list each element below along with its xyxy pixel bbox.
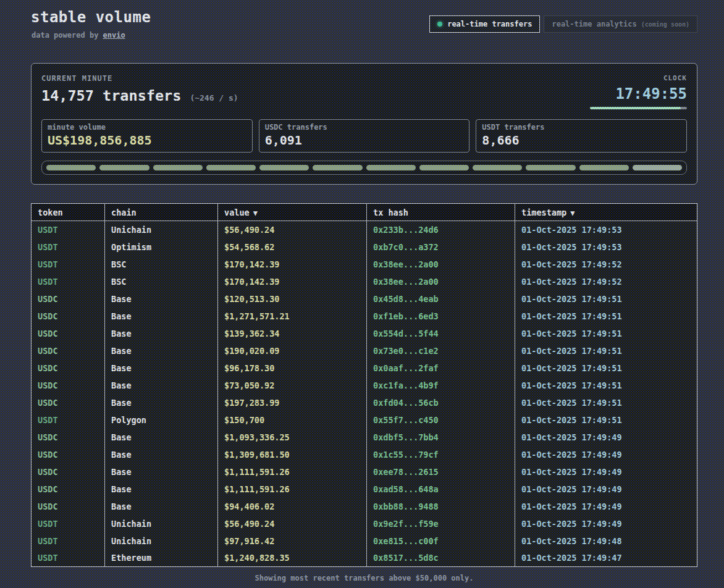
cell-timestamp: 01-Oct-2025 17:49:51 (515, 342, 697, 359)
cell-token: USDC (32, 429, 105, 446)
transfer-rate: (~246 / s) (190, 93, 238, 103)
cell-value: $150,700 (218, 411, 367, 429)
cell-timestamp: 01-Oct-2025 17:49:51 (515, 325, 697, 342)
cell-hash: 0xe815...c00f (367, 532, 515, 550)
table-row: USDCBase$190,020.090x73e0...c1e201-Oct-2… (32, 342, 697, 359)
table-row: USDCBase$120,513.300x45d8...4eab01-Oct-2… (32, 290, 697, 308)
cell-chain: Base (105, 481, 218, 498)
cell-hash: 0x45d8...4eab (367, 290, 515, 308)
cell-value: $120,513.30 (218, 290, 367, 308)
cell-timestamp: 01-Oct-2025 17:49:51 (515, 308, 697, 325)
table-row: USDTEthereum$1,240,828.350x8517...5d8c01… (32, 550, 697, 567)
cell-chain: Base (105, 308, 218, 325)
cell-hash: 0x554d...5f44 (367, 325, 515, 342)
cell-hash: 0x0aaf...2faf (367, 359, 515, 377)
cell-value: $1,111,591.26 (218, 481, 367, 498)
cell-value: $139,362.34 (218, 325, 367, 342)
powered-by-text: data powered by (32, 31, 103, 40)
coming-soon-note: (coming soon) (641, 21, 689, 28)
table-row: USDCBase$1,111,591.260xad58...648a01-Oct… (32, 481, 697, 498)
cell-chain: Base (105, 325, 218, 342)
cell-hash: 0x38ee...2a00 (367, 273, 515, 290)
live-dot-icon (437, 22, 442, 27)
cell-token: USDT (32, 273, 105, 290)
tab-real-time-transfers[interactable]: real-time transfers (429, 15, 540, 33)
cell-chain: Polygon (105, 411, 218, 429)
cell-value: $54,568.62 (218, 238, 367, 256)
table-row: USDCBase$1,271,571.210xf1eb...6ed301-Oct… (32, 308, 697, 325)
table-row: USDCBase$96,178.300x0aaf...2faf01-Oct-20… (32, 359, 697, 377)
cell-chain: Unichain (105, 221, 218, 238)
table-row: USDTOptimism$54,568.620xb7c0...a37201-Oc… (32, 238, 697, 256)
table-row: USDCBase$94,406.020xbb88...948801-Oct-20… (32, 498, 697, 515)
minute-segment-6 (313, 165, 362, 170)
cell-timestamp: 01-Oct-2025 17:49:53 (515, 221, 697, 238)
cell-hash: 0x38ee...2a00 (367, 256, 515, 273)
minute-segments-track (41, 161, 687, 175)
cell-token: USDC (32, 481, 105, 498)
cell-timestamp: 01-Oct-2025 17:49:47 (515, 550, 697, 567)
minute-segment-7 (366, 165, 416, 170)
cell-token: USDC (32, 325, 105, 342)
cell-timestamp: 01-Oct-2025 17:49:49 (515, 481, 697, 498)
cell-timestamp: 01-Oct-2025 17:49:51 (515, 394, 697, 411)
minute-segment-10 (526, 165, 575, 170)
table-row: USDCBase$1,093,336.250xdbf5...7bb401-Oct… (32, 429, 697, 446)
cell-chain: Base (105, 498, 218, 515)
transfer-count: 14,757 transfers (41, 87, 181, 104)
minute-segment-5 (259, 165, 309, 170)
current-minute-panel: CURRENT MINUTE 14,757 transfers (~246 / … (31, 63, 697, 185)
cell-value: $56,490.24 (218, 515, 367, 532)
minute-segment-11 (579, 165, 629, 170)
envio-link[interactable]: envio (103, 31, 125, 40)
current-minute-block: CURRENT MINUTE 14,757 transfers (~246 / … (41, 74, 238, 104)
cell-timestamp: 01-Oct-2025 17:49:49 (515, 446, 697, 463)
tab-transfers-label: real-time transfers (447, 20, 532, 28)
cell-token: USDC (32, 290, 105, 308)
stat-usdt-value: 8,666 (482, 133, 681, 148)
current-minute-line: 14,757 transfers (~246 / s) (41, 87, 238, 104)
cell-token: USDC (32, 498, 105, 515)
table-row: USDTBSC$170,142.390x38ee...2a0001-Oct-20… (32, 273, 697, 290)
stats-row: minute volume US$198,856,885 USDC transf… (41, 119, 687, 153)
cell-value: $170,142.39 (218, 256, 367, 273)
cell-timestamp: 01-Oct-2025 17:49:52 (515, 273, 697, 290)
cell-token: USDT (32, 550, 105, 567)
col-timestamp[interactable]: timestamp▼ (515, 204, 697, 221)
table-row: USDCBase$139,362.340x554d...5f4401-Oct-2… (32, 325, 697, 342)
stat-minute-volume-value: US$198,856,885 (48, 133, 246, 148)
cell-value: $56,490.24 (218, 221, 367, 238)
col-value[interactable]: value▼ (218, 204, 367, 221)
cell-token: USDC (32, 394, 105, 411)
page-content: stable volume data powered by envio real… (31, 0, 697, 582)
minute-segment-1 (46, 165, 96, 170)
cell-hash: 0x233b...24d6 (367, 221, 515, 238)
tab-real-time-analytics[interactable]: real-time analytics (coming soon) (544, 15, 697, 33)
footer-note: Showing most recent transfers above $50,… (31, 574, 697, 582)
cell-chain: Base (105, 377, 218, 394)
cell-timestamp: 01-Oct-2025 17:49:49 (515, 429, 697, 446)
cell-hash: 0xc1fa...4b9f (367, 377, 515, 394)
table-row: USDTBSC$170,142.390x38ee...2a0001-Oct-20… (32, 256, 697, 273)
tab-bar: real-time transfers real-time analytics … (429, 15, 697, 33)
cell-hash: 0x8517...5d8c (367, 550, 515, 567)
table-row: USDCBase$197,283.990xfd04...56cb01-Oct-2… (32, 394, 697, 411)
page-title: stable volume (31, 9, 151, 26)
cell-token: USDC (32, 359, 105, 377)
cell-token: USDT (32, 256, 105, 273)
cell-chain: Ethereum (105, 550, 218, 567)
sort-desc-icon: ▼ (570, 209, 575, 217)
cell-timestamp: 01-Oct-2025 17:49:51 (515, 411, 697, 429)
current-minute-label: CURRENT MINUTE (41, 74, 238, 83)
table-header: token chain value▼ tx hash timestamp▼ (32, 204, 697, 221)
cell-chain: Base (105, 429, 218, 446)
minute-progress-bar (590, 107, 687, 109)
cell-timestamp: 01-Oct-2025 17:49:51 (515, 377, 697, 394)
cell-value: $170,142.39 (218, 273, 367, 290)
table-row: USDTUnichain$56,490.240x233b...24d601-Oc… (32, 221, 697, 238)
table-body: USDTUnichain$56,490.240x233b...24d601-Oc… (32, 221, 697, 567)
cell-timestamp: 01-Oct-2025 17:49:49 (515, 498, 697, 515)
cell-value: $1,111,591.26 (218, 463, 367, 481)
cell-timestamp: 01-Oct-2025 17:49:51 (515, 290, 697, 308)
cell-token: USDC (32, 446, 105, 463)
